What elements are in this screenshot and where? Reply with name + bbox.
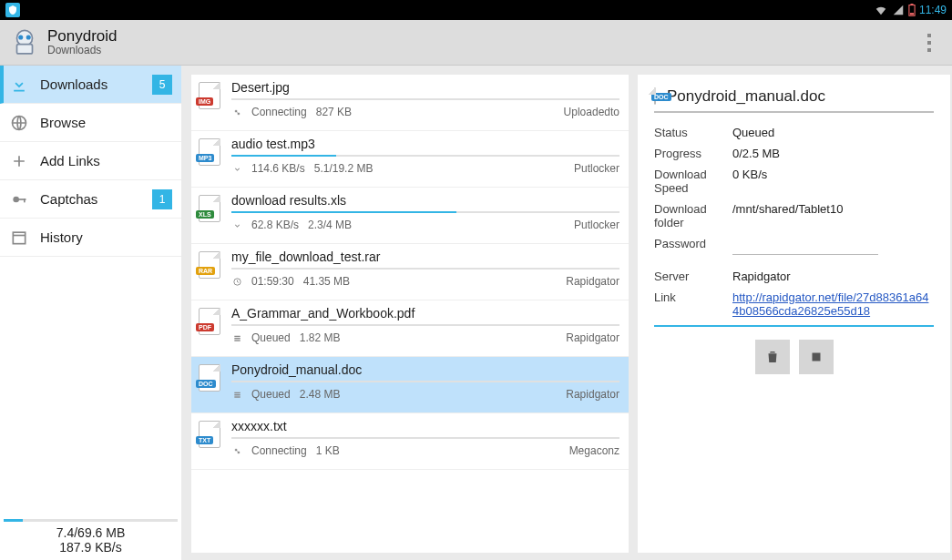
download-filename: audio test.mp3 [231, 137, 619, 151]
download-underline-icon [9, 75, 29, 95]
download-host: Rapidgator [566, 388, 619, 401]
download-size: 1.82 MB [300, 331, 341, 344]
download-list: IMGDesert.jpgConnecting827 KBUploadedtoM… [191, 75, 629, 553]
wifi-icon [874, 4, 888, 16]
calendar-icon [9, 228, 29, 248]
svg-rect-18 [234, 396, 240, 397]
svg-point-8 [13, 196, 19, 202]
android-status-bar: 11:49 [0, 0, 952, 20]
file-type-icon: XLS [197, 193, 222, 243]
status-icon [231, 276, 242, 287]
value-password[interactable] [732, 237, 934, 255]
download-row[interactable]: IMGDesert.jpgConnecting827 KBUploadedto [191, 75, 629, 131]
svg-rect-13 [234, 335, 240, 336]
password-input[interactable] [732, 237, 878, 255]
nav-item-label: Captchas [40, 191, 141, 207]
global-stats-line2: 187.9 KB/s [4, 540, 178, 555]
svg-rect-10 [24, 199, 26, 202]
battery-icon [908, 4, 916, 16]
svg-point-5 [18, 35, 23, 39]
detail-filename: Ponydroid_manual.doc [667, 87, 825, 106]
nav-item-label: History [40, 229, 172, 245]
delete-button[interactable] [755, 340, 790, 374]
download-host: Megaconz [569, 444, 619, 457]
download-size: 2.3/4 MB [308, 219, 352, 231]
value-status: Queued [732, 126, 934, 139]
plus-icon [9, 151, 29, 171]
download-status: 114.6 KB/s [251, 162, 305, 175]
label-status: Status [654, 126, 732, 139]
sidebar-stats: 7.4/69.6 MB 187.9 KB/s [0, 512, 181, 560]
global-stats-line1: 7.4/69.6 MB [4, 525, 178, 540]
detail-pane: DOC Ponydroid_manual.doc Status Queued P… [638, 75, 950, 553]
nav-item-captchas[interactable]: Captchas1 [0, 180, 181, 219]
svg-rect-4 [17, 44, 33, 53]
download-filename: Ponydroid_manual.doc [231, 362, 619, 377]
signal-icon [892, 4, 905, 16]
download-progress-bar [231, 381, 619, 382]
label-progress: Progress [654, 147, 732, 160]
label-server: Server [654, 270, 732, 283]
statusbar-app-icon [5, 3, 20, 17]
nav-item-badge: 5 [152, 75, 172, 95]
status-icon [231, 445, 242, 456]
action-bar: Ponydroid Downloads [0, 20, 952, 66]
download-row[interactable]: MP3audio test.mp3114.6 KB/s5.1/19.2 MBPu… [191, 131, 629, 188]
svg-rect-16 [234, 392, 240, 392]
svg-point-6 [26, 35, 31, 39]
download-size: 827 KB [316, 106, 352, 118]
download-progress-bar [231, 324, 619, 326]
nav-item-badge: 1 [152, 189, 172, 209]
download-progress-bar [231, 268, 619, 270]
nav-item-history[interactable]: History [0, 219, 181, 257]
status-icon [231, 389, 242, 400]
download-host: Putlocker [574, 219, 619, 231]
svg-rect-17 [234, 394, 240, 395]
status-icon [231, 163, 242, 174]
download-filename: Desert.jpg [231, 80, 619, 95]
value-link[interactable]: http://rapidgator.net/file/27d88361a644b… [732, 290, 934, 318]
download-size: 2.48 MB [300, 388, 341, 401]
download-size: 1 KB [316, 444, 340, 457]
download-host: Rapidgator [566, 331, 619, 344]
status-icon [231, 219, 242, 230]
svg-rect-2 [910, 13, 914, 15]
nav-item-add-links[interactable]: Add Links [0, 142, 181, 180]
nav-item-downloads[interactable]: Downloads5 [0, 66, 181, 104]
download-status: Queued [251, 331, 291, 344]
download-progress-bar [231, 211, 619, 213]
statusbar-clock: 11:49 [919, 4, 947, 16]
download-size: 5.1/19.2 MB [314, 162, 374, 175]
svg-rect-14 [234, 338, 240, 339]
nav-item-label: Add Links [40, 153, 172, 168]
download-filename: download results.xls [231, 193, 619, 208]
download-status: 62.8 KB/s [251, 219, 299, 231]
status-icon [231, 332, 242, 343]
file-type-icon: MP3 [197, 137, 222, 187]
svg-rect-19 [812, 353, 820, 361]
download-progress-bar [231, 98, 619, 100]
download-progress-bar [231, 437, 619, 439]
download-row[interactable]: TXTxxxxxx.txtConnecting1 KBMegaconz [191, 413, 629, 470]
download-row[interactable]: DOCPonydroid_manual.docQueued2.48 MBRapi… [191, 357, 629, 413]
download-row[interactable]: PDFA_Grammar_and_Workbook.pdfQueued1.82 … [191, 300, 629, 357]
value-folder: /mnt/shared/Tablet10 [732, 202, 934, 229]
svg-rect-11 [13, 232, 25, 243]
download-host: Putlocker [574, 162, 619, 175]
download-row[interactable]: XLSdownload results.xls62.8 KB/s2.3/4 MB… [191, 188, 629, 244]
download-status: Connecting [251, 106, 307, 118]
nav-item-browse[interactable]: Browse [0, 104, 181, 142]
overflow-menu-button[interactable] [916, 25, 943, 61]
global-progress-bar [4, 519, 178, 522]
file-icon: DOC [654, 88, 656, 105]
download-size: 41.35 MB [303, 275, 350, 288]
stop-button[interactable] [799, 340, 834, 374]
separator [654, 111, 934, 113]
actionbar-subtitle: Downloads [47, 45, 118, 57]
download-row[interactable]: RARmy_file_download_test.rar01:59:3041.3… [191, 244, 629, 300]
svg-rect-1 [910, 4, 913, 5]
globe-icon [9, 113, 29, 133]
label-speed: Download Speed [654, 168, 732, 195]
file-type-icon: IMG [197, 80, 222, 130]
file-type-icon: RAR [197, 249, 222, 300]
